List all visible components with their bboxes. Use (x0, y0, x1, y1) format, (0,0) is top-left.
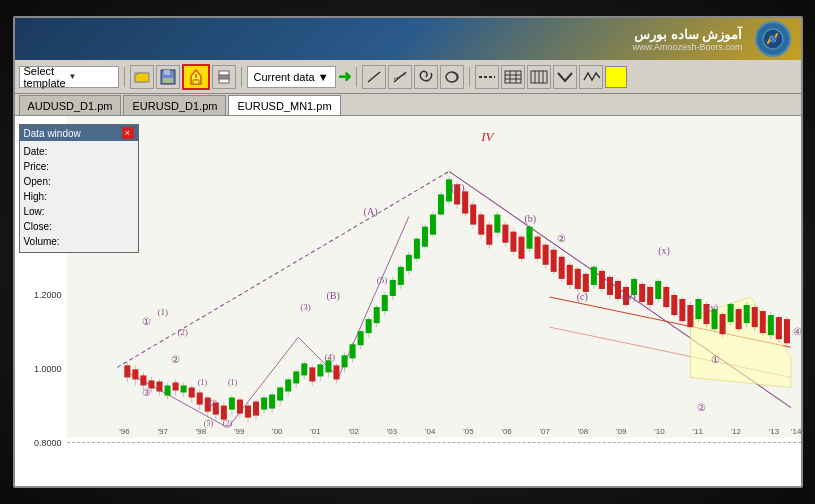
spiral-tool-2[interactable] (440, 65, 464, 89)
tab-eurusd-mn1[interactable]: EURUSD_MN1.pm (228, 95, 340, 115)
logo-text: آموزش ساده بورس (634, 27, 742, 42)
go-button[interactable]: ➜ (338, 67, 351, 86)
explain-button[interactable] (182, 64, 210, 90)
svg-rect-72 (244, 406, 250, 418)
tab-eurusd-d1[interactable]: EURUSD_D1.pm (123, 95, 226, 115)
svg-text:(A): (A) (363, 206, 377, 218)
data-row-date: Date: (24, 144, 134, 159)
svg-rect-184 (695, 299, 701, 319)
svg-rect-204 (775, 317, 781, 339)
svg-rect-114 (413, 239, 419, 259)
svg-rect-192 (727, 304, 733, 322)
svg-rect-130 (478, 215, 484, 235)
svg-text:②: ② (170, 354, 179, 365)
svg-text:'02: '02 (348, 427, 359, 436)
svg-text:'08: '08 (577, 427, 588, 436)
svg-text:'96: '96 (119, 427, 130, 436)
svg-rect-60 (196, 393, 202, 405)
svg-rect-76 (261, 398, 267, 410)
template-select[interactable]: Select template ▼ (19, 66, 119, 88)
template-label: Select template (24, 65, 69, 89)
current-data-button[interactable]: Current data ▼ (247, 66, 336, 88)
v-tool[interactable] (553, 65, 577, 89)
svg-rect-138 (510, 232, 516, 252)
svg-rect-56 (180, 385, 186, 392)
svg-text:'13: '13 (768, 427, 779, 436)
svg-rect-86 (301, 363, 307, 375)
svg-rect-146 (542, 245, 548, 265)
svg-text:(x): (x) (658, 245, 670, 257)
svg-text:'00: '00 (272, 427, 283, 436)
chart-area: © 1996, 2010 Prognosis Software Developm… (15, 116, 801, 486)
svg-rect-170 (639, 284, 645, 302)
svg-rect-54 (172, 382, 178, 390)
open-file-button[interactable] (130, 65, 154, 89)
h-line-bottom (67, 442, 801, 443)
svg-rect-6 (164, 70, 170, 75)
svg-rect-174 (655, 281, 661, 299)
svg-rect-118 (429, 215, 435, 235)
svg-rect-150 (558, 257, 564, 279)
y-label-12: 1.2000 (15, 290, 65, 300)
svg-rect-158 (590, 267, 596, 285)
line-tool-2[interactable] (388, 65, 412, 89)
svg-rect-94 (333, 365, 339, 379)
svg-text:(b): (b) (524, 213, 536, 225)
grid-tool-2[interactable] (527, 65, 551, 89)
svg-rect-142 (526, 227, 532, 249)
svg-text:'01: '01 (310, 427, 321, 436)
svg-text:③: ③ (142, 387, 151, 398)
svg-rect-200 (759, 311, 765, 333)
svg-rect-112 (405, 255, 411, 271)
data-row-price: Price: (24, 159, 134, 174)
svg-rect-78 (269, 395, 275, 409)
svg-rect-44 (132, 369, 138, 379)
svg-text:(1): (1) (157, 307, 168, 317)
svg-rect-176 (663, 287, 669, 307)
svg-text:'07: '07 (539, 427, 550, 436)
svg-text:'98: '98 (195, 427, 206, 436)
app-window: آموزش ساده بورس www.Amoozesh-Boors.com S… (13, 16, 803, 488)
svg-rect-84 (293, 371, 299, 383)
svg-rect-190 (719, 314, 725, 334)
svg-text:②: ② (697, 402, 706, 413)
dash-tool[interactable] (475, 65, 499, 89)
svg-text:'03: '03 (386, 427, 397, 436)
svg-line-17 (394, 74, 406, 79)
svg-rect-66 (220, 406, 226, 420)
svg-rect-172 (647, 287, 653, 305)
current-data-arrow[interactable]: ▼ (318, 71, 329, 83)
svg-rect-198 (751, 307, 757, 327)
zigzag-tool[interactable] (579, 65, 603, 89)
svg-rect-116 (421, 227, 427, 247)
line-tool-1[interactable] (362, 65, 386, 89)
svg-rect-20 (505, 71, 521, 83)
svg-rect-180 (679, 299, 685, 321)
svg-rect-50 (156, 381, 162, 391)
svg-rect-7 (163, 78, 173, 83)
print-button[interactable] (212, 65, 236, 89)
svg-rect-108 (389, 280, 395, 296)
save-button[interactable] (156, 65, 180, 89)
svg-rect-46 (140, 375, 146, 385)
svg-text:'12: '12 (730, 427, 741, 436)
svg-rect-206 (783, 319, 789, 343)
svg-rect-178 (671, 295, 677, 315)
svg-rect-154 (574, 269, 580, 289)
svg-rect-100 (357, 331, 363, 345)
data-window-title: Data window × (20, 125, 138, 141)
spiral-tool-1[interactable] (414, 65, 438, 89)
outer-wrapper: آموزش ساده بورس www.Amoozesh-Boors.com S… (0, 0, 815, 504)
svg-rect-140 (518, 237, 524, 259)
svg-text:'06: '06 (501, 427, 512, 436)
svg-text:'05: '05 (463, 427, 474, 436)
sep-1 (124, 67, 125, 87)
color-selector[interactable] (605, 66, 627, 88)
grid-tool-1[interactable] (501, 65, 525, 89)
svg-text:IV: IV (480, 129, 495, 144)
svg-rect-194 (735, 309, 741, 329)
data-window-close-button[interactable]: × (122, 127, 134, 139)
template-dropdown-arrow[interactable]: ▼ (69, 72, 114, 81)
svg-text:②: ② (556, 233, 565, 244)
tab-audusd-d1[interactable]: AUDUSD_D1.pm (19, 95, 122, 115)
